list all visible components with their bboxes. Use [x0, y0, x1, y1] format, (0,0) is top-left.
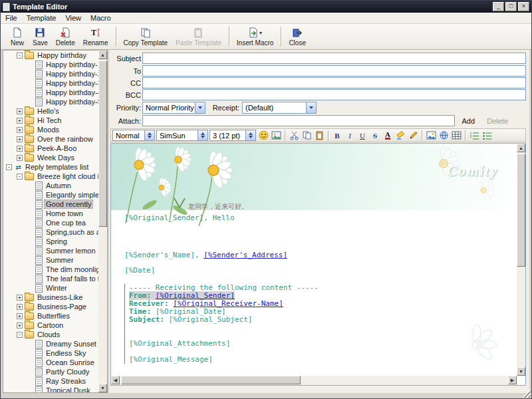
cut-icon[interactable] [288, 130, 300, 141]
close-toolbar-button[interactable]: Close [285, 25, 310, 49]
tree-expander-icon[interactable]: + [17, 295, 23, 301]
tree-item-tropical-dusk[interactable]: Tropical Dusk [3, 386, 98, 392]
tree-folder-breeze-light-cloud-is-thin[interactable]: -Breeze light cloud is thin [3, 172, 98, 181]
body-vscroll-thumb[interactable] [517, 154, 525, 267]
tree-folder-business-page[interactable]: +Business-Page [3, 302, 98, 311]
copy-icon[interactable] [301, 130, 313, 141]
attach-add-button[interactable]: Add [459, 116, 477, 126]
tree-item-happy-birthday-1[interactable]: Happy birthday-1 [3, 60, 98, 69]
new-button[interactable]: New [6, 25, 29, 49]
tree-folder-moods[interactable]: +Moods [3, 125, 98, 134]
tree-expander-icon[interactable]: + [17, 323, 23, 329]
tree-item-happy-birthday-3[interactable]: Happy birthday-3 [3, 78, 98, 88]
emoticon-icon[interactable] [257, 130, 269, 141]
email-body[interactable]: Comity 老同学，近来可好。 [%Original_Sender], Hel… [111, 144, 517, 376]
menu-file[interactable]: File [1, 13, 22, 23]
table-icon[interactable] [450, 130, 462, 141]
tree-expander-icon[interactable]: - [6, 164, 12, 170]
tree-expander-icon[interactable]: + [17, 118, 23, 124]
copy-template-button[interactable]: Copy Template [120, 25, 172, 49]
tree-item-home-town[interactable]: Home town [3, 209, 98, 218]
cc-input[interactable] [142, 77, 526, 88]
resize-grip[interactable] [523, 390, 531, 398]
paragraph-style-select[interactable]: Normal [112, 130, 155, 141]
tree-scrollbar-thumb[interactable] [98, 61, 107, 227]
tree-expander-icon[interactable]: - [17, 332, 23, 338]
to-input[interactable] [142, 65, 526, 76]
tree-item-spring[interactable]: Spring [3, 237, 98, 246]
tree-folder-cartoon[interactable]: +Cartoon [3, 321, 98, 330]
tree-item-endless-sky[interactable]: Endless Sky [3, 348, 98, 358]
macro-link[interactable]: [%Sender's_Address] [203, 251, 287, 259]
scroll-right-icon[interactable]: ▶ [508, 376, 517, 384]
subject-input[interactable] [142, 53, 526, 64]
stationery-icon[interactable] [270, 130, 282, 141]
tree-expander-icon[interactable]: - [17, 174, 23, 180]
tree-expander-icon[interactable]: + [17, 155, 23, 161]
tree-folder-over-the-rainbow[interactable]: +Over the rainbow [3, 134, 98, 144]
tree-item-happy-birthday-5[interactable]: Happy birthday-5 [3, 97, 98, 106]
body-horizontal-scrollbar[interactable]: ◀ ▶ [111, 376, 517, 385]
maximize-button[interactable]: □ [505, 2, 517, 11]
tree-item-partly-cloudy[interactable]: Partly Cloudy [3, 367, 98, 376]
tree-folder-hi-tech[interactable]: +Hi Tech [3, 116, 98, 125]
tree-folder-week-days[interactable]: +Week Days [3, 153, 98, 162]
menu-macro[interactable]: Macro [86, 13, 116, 23]
updown-arrows-icon[interactable] [198, 130, 207, 140]
font-size-select[interactable]: 3 (12 pt) [209, 130, 256, 141]
tree-item-reply-templates-list[interactable]: -⇄Reply templates list [3, 162, 98, 172]
updown-arrows-icon[interactable] [144, 130, 154, 140]
body-hscroll-thumb[interactable] [121, 376, 301, 384]
tree-expander-icon[interactable]: + [17, 108, 23, 114]
menu-view[interactable]: View [61, 13, 86, 23]
pencil-icon[interactable] [407, 130, 419, 141]
tree-folder-hello-s[interactable]: +Hello's [3, 106, 98, 116]
tree-item-good-recently[interactable]: Good recently [3, 200, 98, 209]
tree-folder-happy-birthday[interactable]: -Happy birthday [3, 51, 98, 60]
title-bar[interactable]: Template Editor _ □ × [1, 1, 531, 13]
tree-item-dreamy-sunset[interactable]: Dreamy Sunset [3, 339, 98, 348]
paste-icon[interactable] [313, 130, 325, 141]
tree-folder-business-like[interactable]: +Business-Like [3, 293, 98, 302]
hyperlink-icon[interactable] [438, 130, 450, 141]
bold-icon[interactable]: B [331, 130, 343, 141]
tree-expander-icon[interactable]: + [17, 127, 23, 133]
scroll-down-icon[interactable]: ▼ [98, 384, 107, 392]
tree-expander-icon[interactable]: + [17, 146, 23, 152]
tree-folder-butterflies[interactable]: +Butterflies [3, 311, 98, 321]
tree-item-happy-birthday-2[interactable]: Happy birthday-2 [3, 69, 98, 78]
attach-delete-button[interactable]: Delete [484, 116, 511, 126]
numbered-list-icon[interactable]: 12 [468, 130, 480, 141]
strikethrough-icon[interactable]: S [369, 130, 381, 141]
tree-item-summer-lemon[interactable]: Summer lemon [3, 246, 98, 255]
tree-folder-clouds[interactable]: -Clouds [3, 330, 98, 339]
rename-button[interactable]: TRename [79, 25, 112, 49]
priority-select[interactable]: Normal Priority [142, 102, 205, 114]
font-family-select[interactable]: SimSun [156, 130, 208, 141]
tree-item-winter[interactable]: Winter [3, 283, 98, 293]
tree-expander-icon[interactable]: + [17, 304, 23, 310]
tree-expander-icon[interactable]: - [17, 53, 23, 59]
scroll-up-icon[interactable]: ▲ [98, 51, 107, 59]
chevron-down-icon[interactable] [306, 102, 316, 113]
tree-item-autumn[interactable]: Autumn [3, 181, 98, 190]
paste-template-button[interactable]: Paste Template [172, 25, 225, 49]
body-vertical-scrollbar[interactable]: ▲ ▼ [517, 144, 525, 376]
tree-item-one-cup-tea[interactable]: One cup tea [3, 218, 98, 227]
tree-item-summer[interactable]: Summer [3, 255, 98, 265]
scroll-left-icon[interactable]: ◀ [111, 376, 120, 384]
updown-arrows-icon[interactable] [245, 130, 255, 140]
bullet-list-icon[interactable] [481, 130, 493, 141]
insert-macro-button[interactable]: ▾Insert Macro [233, 25, 278, 49]
highlight-icon[interactable] [394, 130, 406, 141]
tree-folder-peek-a-boo[interactable]: +Peek-A-Boo [3, 144, 98, 153]
tree-item-happy-birthday-4[interactable]: Happy birthday-4 [3, 88, 98, 97]
tree-item-the-dim-moonlight-i[interactable]: The dim moonlight i... [3, 265, 98, 274]
chevron-down-icon[interactable] [195, 102, 205, 113]
insert-image-icon[interactable] [425, 130, 437, 141]
scroll-down-icon[interactable]: ▼ [517, 367, 525, 376]
receipt-select[interactable]: (Default) [242, 102, 317, 114]
scroll-up-icon[interactable]: ▲ [517, 144, 525, 152]
tree-item-spring-such-as-are[interactable]: Spring,such as are... [3, 227, 98, 237]
delete-button[interactable]: Delete [52, 25, 79, 49]
